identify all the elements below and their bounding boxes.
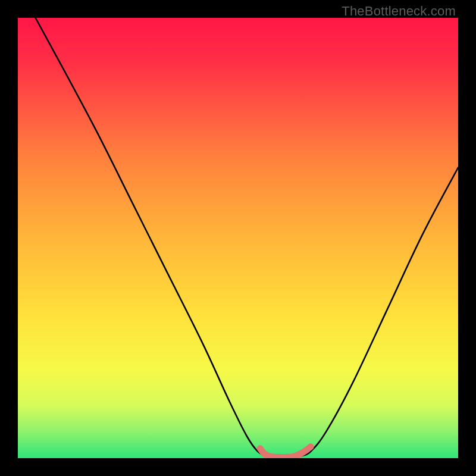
bottom-mask [18,458,458,476]
gradient-background [18,18,458,458]
plot-area [18,18,458,458]
watermark-text: TheBottleneck.com [342,4,456,19]
svg-rect-0 [18,18,458,458]
chart-frame: TheBottleneck.com [0,0,476,476]
